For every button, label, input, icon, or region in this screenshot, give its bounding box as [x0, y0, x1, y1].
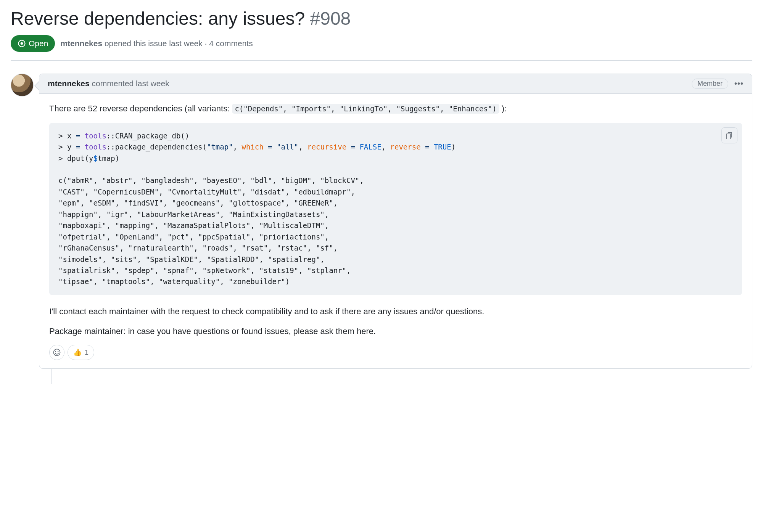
issue-number: #908	[310, 8, 351, 29]
issue-comments-count: · 4 comments	[205, 39, 253, 48]
intro-text-prefix: There are 52 reverse dependencies (all v…	[49, 104, 232, 113]
copy-icon	[725, 131, 734, 140]
issue-author-link[interactable]: mtennekes	[60, 39, 102, 48]
issue-meta-row: Open mtennekes opened this issue last we…	[11, 35, 752, 61]
issue-open-icon	[18, 39, 26, 48]
timeline-connector	[52, 369, 52, 384]
copy-button[interactable]	[721, 127, 737, 143]
add-reaction-button[interactable]	[49, 345, 64, 360]
reactions-bar: 👍 1	[49, 345, 742, 360]
comment-card: mtennekes commented last week Member •••…	[39, 74, 752, 369]
body-paragraph-2: Package maintainer: in case you have que…	[49, 325, 742, 338]
thumbs-up-reaction[interactable]: 👍 1	[68, 345, 94, 360]
intro-paragraph: There are 52 reverse dependencies (all v…	[49, 102, 742, 115]
intro-inline-code: c("Depends", "Imports", "LinkingTo", "Su…	[232, 104, 499, 114]
comment-menu-button[interactable]: •••	[734, 79, 744, 88]
comment-author-link[interactable]: mtennekes	[48, 79, 90, 88]
state-label: Open	[29, 39, 48, 48]
svg-point-3	[55, 351, 56, 352]
intro-text-suffix: ):	[499, 104, 507, 113]
issue-opened-text: opened this issue last week	[105, 39, 203, 48]
comment-timestamp: commented last week	[92, 79, 169, 88]
thumbs-up-icon: 👍	[73, 348, 82, 357]
svg-point-1	[21, 42, 23, 45]
smiley-icon	[53, 348, 61, 357]
reaction-count: 1	[85, 349, 89, 357]
issue-title-text: Reverse dependencies: any issues?	[11, 8, 305, 29]
comment-body: There are 52 reverse dependencies (all v…	[39, 94, 752, 368]
body-paragraph-1: I'll contact each maintainer with the re…	[49, 305, 742, 318]
state-pill-open: Open	[11, 35, 55, 52]
timeline: mtennekes commented last week Member •••…	[11, 74, 752, 369]
member-badge: Member	[692, 79, 728, 89]
issue-meta-text: mtennekes opened this issue last week · …	[60, 39, 253, 48]
issue-title: Reverse dependencies: any issues? #908	[11, 8, 752, 30]
comment-header: mtennekes commented last week Member •••	[39, 74, 752, 94]
avatar[interactable]	[11, 74, 34, 96]
code-block: > x = tools::CRAN_package_db() > y = too…	[49, 123, 742, 295]
comment-header-left: mtennekes commented last week	[48, 79, 169, 88]
svg-point-4	[58, 351, 59, 352]
svg-point-2	[53, 349, 60, 355]
